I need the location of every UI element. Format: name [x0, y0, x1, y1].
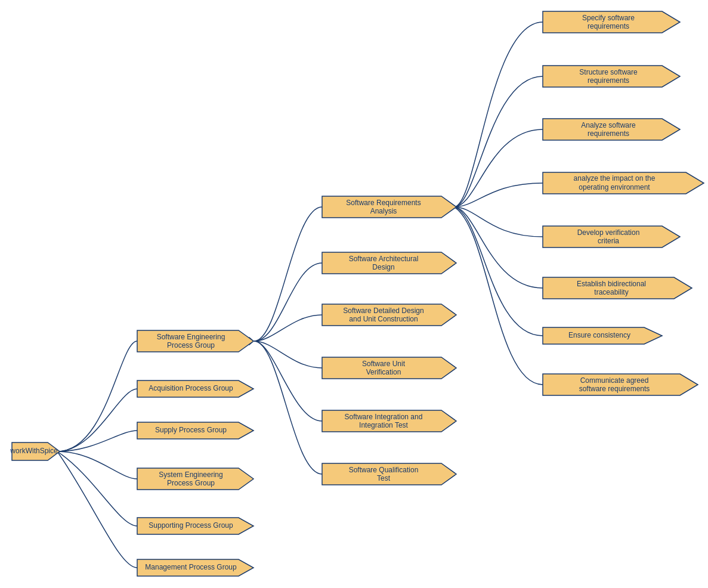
label-sad2: Design	[372, 263, 394, 271]
label-suv2: Verification	[366, 368, 401, 376]
label-l3-8a: Communicate agreed	[580, 376, 649, 385]
mindmap-canvas: workWithSpice Software Engineering Proce…	[0, 0, 708, 588]
edge-root-sup	[57, 431, 137, 451]
label-sqt1: Software Qualification	[349, 466, 419, 474]
edge-root-acq	[57, 389, 137, 451]
edge-sep-sad	[254, 263, 322, 341]
edge-sep-suv	[254, 341, 322, 368]
label-syseng2: Process Group	[167, 479, 215, 487]
label-sqt2: Test	[377, 474, 391, 482]
label-l3-6a: Establish bidirectional	[577, 280, 646, 288]
root-label: workWithSpice	[10, 447, 58, 455]
label-l3-7: Ensure consistency	[568, 331, 630, 339]
edge-sra-l3-3	[454, 129, 543, 207]
label-sep2: Process Group	[167, 341, 215, 349]
label-siit1: Software Integration and	[345, 413, 423, 421]
edge-root-mgmt	[57, 451, 137, 568]
label-acq: Acquisition Process Group	[149, 384, 233, 392]
label-sep: Software Engineering	[157, 333, 225, 341]
label-syseng1: System Engineering	[159, 471, 222, 479]
label-suv1: Software Unit	[362, 360, 406, 368]
label-sra1: Software Requirements	[346, 199, 421, 207]
label-l3-3a: Analyze software	[581, 121, 636, 129]
edge-root-spp	[57, 451, 137, 526]
label-l3-5b: criteria	[598, 237, 619, 245]
label-sddc1: Software Detailed Design	[343, 307, 423, 315]
label-mgmt: Management Process Group	[145, 563, 237, 571]
edge-sep-sra	[254, 207, 322, 341]
label-siit2: Integration Test	[359, 421, 408, 429]
label-l3-5a: Develop verification	[577, 228, 640, 237]
label-sra2: Analysis	[370, 207, 397, 215]
label-sad1: Software Architectural	[349, 255, 419, 263]
label-l3-3b: requirements	[588, 129, 629, 138]
edge-sra-l3-7	[454, 207, 543, 336]
label-sddc2: and Unit Construction	[349, 315, 418, 323]
label-l3-6b: traceability	[594, 288, 628, 296]
edge-root-sys	[57, 451, 137, 479]
label-l3-2b: requirements	[588, 76, 629, 85]
label-l3-1b: requirements	[588, 22, 629, 30]
label-supply: Supply Process Group	[155, 426, 227, 434]
edge-sep-sqt	[254, 341, 322, 474]
label-l3-1a: Specify software	[582, 14, 635, 22]
edge-sep-siit	[254, 341, 322, 421]
label-support: Supporting Process Group	[149, 521, 233, 530]
label-l3-4a: analyze the impact on the	[574, 174, 656, 182]
label-l3-8b: software requirements	[579, 385, 650, 393]
label-l3-4b: operating environment	[579, 183, 650, 191]
label-l3-2a: Structure software	[579, 68, 638, 76]
